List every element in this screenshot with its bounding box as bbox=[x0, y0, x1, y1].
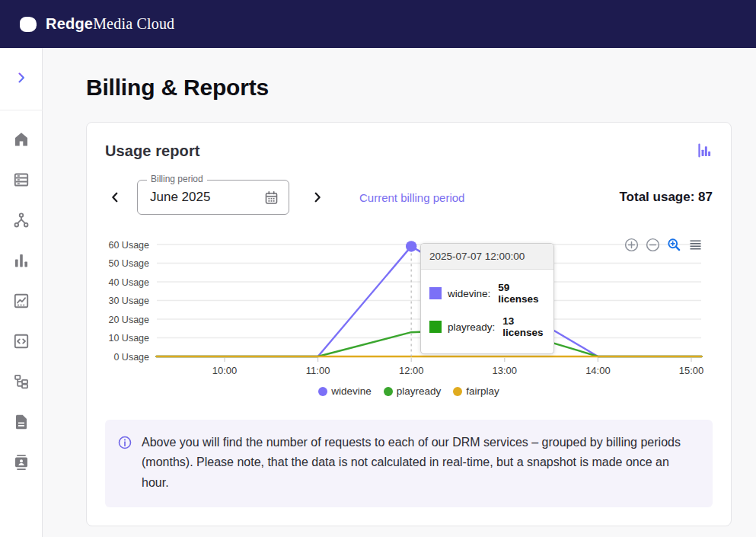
chart-toolbar bbox=[624, 237, 703, 253]
sidebar bbox=[0, 48, 43, 537]
usage-chart-area: 0 Usage10 Usage20 Usage30 Usage40 Usage5… bbox=[105, 235, 713, 397]
x-axis-label: 15:00 bbox=[679, 365, 704, 376]
legend-dot-icon bbox=[384, 387, 393, 396]
brand-part-suffix: Cloud bbox=[132, 15, 174, 32]
x-axis-label: 10:00 bbox=[212, 365, 238, 376]
series-swatch-icon bbox=[429, 321, 442, 333]
sidebar-item-chart-box[interactable] bbox=[12, 292, 30, 310]
tree-structure-icon bbox=[12, 372, 30, 391]
tooltip-series-label: playready: bbox=[448, 321, 495, 333]
billing-period-value: June 2025 bbox=[150, 190, 263, 205]
legend-label: fairplay bbox=[466, 385, 499, 397]
main-content: Billing & Reports Usage report Billing p… bbox=[43, 48, 756, 537]
server-list-icon bbox=[12, 171, 30, 189]
hovered-point-marker[interactable] bbox=[406, 241, 416, 251]
billing-period-label: Billing period bbox=[147, 174, 207, 184]
top-navbar: RedgeMedia Cloud bbox=[0, 0, 756, 48]
y-axis-label: 50 Usage bbox=[108, 258, 149, 269]
sidebar-item-tree-structure[interactable] bbox=[12, 372, 30, 391]
chart-legend: widevineplayreadyfairplay bbox=[105, 385, 713, 397]
legend-dot-icon bbox=[453, 387, 462, 396]
sidebar-items bbox=[12, 110, 30, 471]
sidebar-item-bar-chart[interactable] bbox=[12, 251, 30, 270]
x-axis-label: 12:00 bbox=[399, 365, 424, 376]
zoom-in-circle-icon[interactable] bbox=[624, 237, 640, 253]
code-box-icon bbox=[12, 332, 30, 350]
y-axis-label: 60 Usage bbox=[108, 240, 149, 251]
info-text: Above you will find the number of reques… bbox=[142, 433, 697, 493]
chevron-right-icon bbox=[311, 190, 324, 204]
usage-report-card: Usage report Billing period June 2025 bbox=[86, 122, 732, 526]
page-title: Billing & Reports bbox=[86, 75, 732, 101]
legend-label: widevine bbox=[331, 385, 372, 397]
info-circle-icon bbox=[117, 435, 132, 450]
legend-item-playready[interactable]: playready bbox=[384, 385, 442, 397]
tooltip-row: playready:13 licenses bbox=[429, 315, 545, 338]
usage-chart-svg[interactable]: 0 Usage10 Usage20 Usage30 Usage40 Usage5… bbox=[105, 235, 714, 384]
next-period-button[interactable] bbox=[308, 187, 327, 207]
calendar-icon[interactable] bbox=[263, 190, 279, 206]
bar-chart-icon[interactable] bbox=[697, 142, 713, 158]
share-nodes-icon bbox=[12, 211, 30, 229]
tooltip-timestamp: 2025-07-07 12:00:00 bbox=[421, 244, 553, 270]
x-axis-label: 13:00 bbox=[493, 365, 518, 376]
brand-part-serif: Media bbox=[93, 15, 132, 32]
chevron-left-icon bbox=[108, 190, 122, 204]
sidebar-item-contact-card[interactable] bbox=[12, 453, 30, 471]
legend-item-widevine[interactable]: widevine bbox=[318, 385, 372, 397]
sidebar-item-code-box[interactable] bbox=[12, 332, 30, 350]
y-axis-label: 10 Usage bbox=[108, 333, 149, 344]
menu-icon[interactable] bbox=[687, 237, 703, 253]
tooltip-series-value: 13 licenses bbox=[502, 315, 545, 338]
y-axis-label: 40 Usage bbox=[108, 277, 149, 288]
chevron-right-icon bbox=[14, 70, 29, 85]
billing-period-field[interactable]: Billing period June 2025 bbox=[137, 180, 289, 215]
x-axis-label: 11:00 bbox=[306, 365, 330, 376]
sidebar-item-home[interactable] bbox=[12, 130, 30, 149]
bar-chart-icon bbox=[12, 251, 30, 270]
sidebar-item-server-list[interactable] bbox=[12, 171, 30, 189]
tooltip-series-label: widevine: bbox=[448, 288, 490, 299]
sidebar-item-document[interactable] bbox=[12, 413, 30, 431]
info-box: Above you will find the number of reques… bbox=[105, 420, 713, 507]
y-axis-label: 20 Usage bbox=[108, 315, 149, 325]
card-title: Usage report bbox=[105, 142, 200, 160]
legend-item-fairplay[interactable]: fairplay bbox=[453, 385, 499, 397]
brand-name: RedgeMedia Cloud bbox=[46, 15, 174, 33]
chart-tooltip: 2025-07-07 12:00:00 widevine:59 licenses… bbox=[420, 243, 554, 354]
tooltip-body: widevine:59 licensesplayready:13 license… bbox=[421, 270, 553, 353]
chart-box-icon bbox=[12, 292, 30, 310]
legend-dot-icon bbox=[318, 387, 327, 396]
y-axis-label: 30 Usage bbox=[108, 296, 149, 306]
tooltip-row: widevine:59 licenses bbox=[429, 282, 545, 305]
series-swatch-icon bbox=[429, 287, 442, 299]
current-billing-period-link[interactable]: Current billing period bbox=[359, 191, 464, 204]
sidebar-expand-toggle[interactable] bbox=[14, 48, 29, 110]
selection-zoom-icon[interactable] bbox=[666, 237, 682, 253]
brand-part-bold: Redge bbox=[46, 15, 93, 32]
document-icon bbox=[12, 413, 30, 431]
tooltip-series-value: 59 licenses bbox=[498, 282, 545, 305]
previous-period-button[interactable] bbox=[105, 187, 125, 207]
brand-logo-icon bbox=[20, 17, 37, 32]
x-axis-label: 14:00 bbox=[585, 365, 611, 376]
y-axis-label: 0 Usage bbox=[113, 352, 149, 363]
zoom-out-circle-icon[interactable] bbox=[645, 237, 661, 253]
legend-label: playready bbox=[397, 385, 442, 397]
sidebar-item-share-nodes[interactable] bbox=[12, 211, 30, 229]
contact-card-icon bbox=[12, 453, 30, 471]
billing-controls: Billing period June 2025 Current bill bbox=[105, 180, 713, 215]
home-icon bbox=[12, 130, 30, 149]
total-usage-value: Total usage: 87 bbox=[620, 190, 713, 205]
